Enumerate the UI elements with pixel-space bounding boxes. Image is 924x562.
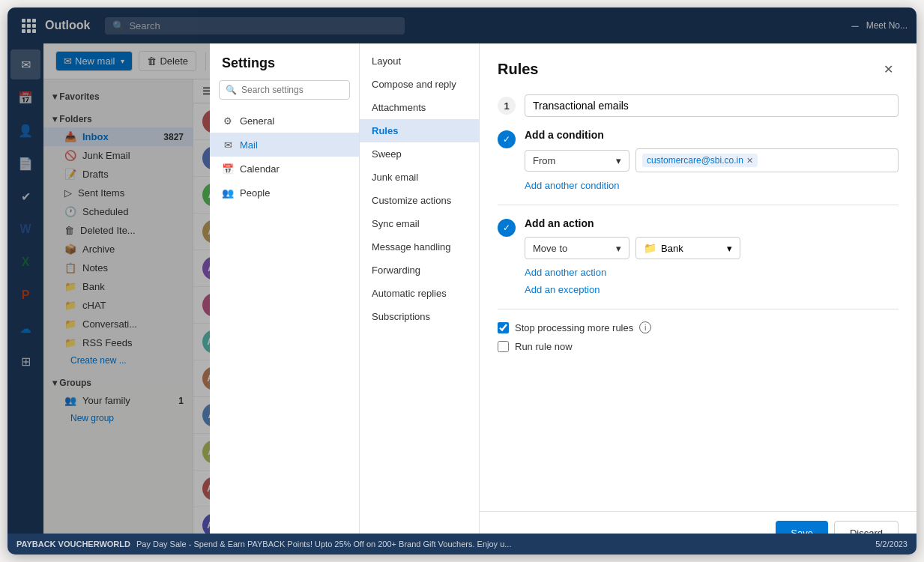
condition-section: ✓ Add a condition From ▾ customercare@sb…	[498, 129, 899, 193]
action-fields-row: Move to ▾ 📁 Bank ▾	[525, 237, 899, 259]
menu-forwarding[interactable]: Forwarding	[360, 259, 479, 282]
settings-nav-people[interactable]: 👥 People	[210, 181, 359, 205]
menu-message-handling[interactable]: Message handling	[360, 235, 479, 259]
menu-rules[interactable]: Rules	[360, 119, 479, 142]
menu-automatic-replies[interactable]: Automatic replies	[360, 282, 479, 305]
calendar-nav-icon: 📅	[222, 163, 234, 175]
add-exception-link[interactable]: Add an exception	[525, 282, 600, 297]
condition-check-icon: ✓	[498, 130, 516, 148]
action-section: ✓ Add an action Move to ▾ 📁 Bank ▾	[498, 217, 899, 297]
gear-icon: ⚙	[222, 115, 234, 127]
menu-compose-reply[interactable]: Compose and reply	[360, 73, 479, 96]
settings-nav-calendar[interactable]: 📅 Calendar	[210, 157, 359, 181]
menu-sync-email[interactable]: Sync email	[360, 212, 479, 235]
action-chevron: ▾	[616, 243, 621, 254]
settings-title: Settings	[210, 55, 359, 80]
condition-fields-row: From ▾ customercare@sbi.co.in ✕	[525, 148, 899, 172]
menu-subscriptions[interactable]: Subscriptions	[360, 305, 479, 328]
action-check-icon: ✓	[498, 219, 516, 237]
condition-type-select[interactable]: From ▾	[525, 150, 629, 172]
settings-modal: Settings 🔍 ⚙ General ✉ Mail 📅 Calendar 👥…	[210, 43, 917, 555]
settings-left-nav: Settings 🔍 ⚙ General ✉ Mail 📅 Calendar 👥…	[210, 43, 360, 555]
settings-nav-general[interactable]: ⚙ General	[210, 109, 359, 133]
folder-chevron: ▾	[727, 243, 732, 254]
email-tag: customercare@sbi.co.in ✕	[642, 154, 758, 167]
rules-panel: Rules ✕ 1 ✓ Add a condition From ▾	[480, 43, 917, 555]
stop-processing-checkbox[interactable]	[498, 322, 509, 333]
status-subject: Pay Day Sale - Spend & Earn PAYBACK Poin…	[136, 540, 511, 549]
rule-separator-2	[498, 309, 899, 309]
menu-layout[interactable]: Layout	[360, 49, 479, 73]
action-label: Add an action	[525, 217, 899, 229]
condition-label: Add a condition	[525, 129, 899, 141]
people-nav-icon: 👥	[222, 187, 234, 199]
close-button[interactable]: ✕	[878, 58, 899, 79]
menu-junk-email[interactable]: Junk email	[360, 166, 479, 189]
settings-search-input[interactable]	[241, 85, 343, 95]
run-rule-row: Run rule now	[498, 341, 899, 352]
add-condition-link[interactable]: Add another condition	[525, 178, 619, 193]
rule-name-input[interactable]	[525, 94, 899, 117]
status-sender: PAYBACK VOUCHERWORLD	[16, 540, 130, 549]
status-date: 5/2/2023	[875, 540, 908, 549]
rule-number: 1	[498, 97, 516, 115]
rules-header: Rules ✕	[498, 58, 899, 79]
add-action-link[interactable]: Add another action	[525, 265, 606, 280]
rule-name-row: 1	[498, 94, 899, 117]
info-icon[interactable]: i	[639, 321, 651, 333]
stop-processing-label: Stop processing more rules	[515, 322, 633, 333]
rules-title: Rules	[498, 61, 538, 78]
rule-separator	[498, 205, 899, 205]
stop-processing-row: Stop processing more rules i	[498, 321, 899, 333]
settings-search[interactable]: 🔍	[219, 80, 350, 100]
menu-customize-actions[interactable]: Customize actions	[360, 189, 479, 212]
condition-value-input[interactable]: customercare@sbi.co.in ✕	[635, 148, 899, 172]
folder-select[interactable]: 📁 Bank ▾	[635, 237, 740, 259]
mail-nav-icon: ✉	[222, 139, 234, 151]
menu-attachments[interactable]: Attachments	[360, 96, 479, 119]
status-bar: PAYBACK VOUCHERWORLD Pay Day Sale - Spen…	[7, 534, 917, 555]
settings-middle-menu: Layout Compose and reply Attachments Rul…	[360, 43, 480, 555]
action-type-select[interactable]: Move to ▾	[525, 237, 629, 259]
condition-content: Add a condition From ▾ customercare@sbi.…	[525, 129, 899, 193]
action-content: Add an action Move to ▾ 📁 Bank ▾	[525, 217, 899, 297]
run-rule-checkbox[interactable]	[498, 341, 509, 352]
settings-nav-mail[interactable]: ✉ Mail	[210, 133, 359, 157]
menu-sweep[interactable]: Sweep	[360, 142, 479, 166]
search-icon: 🔍	[226, 85, 237, 95]
folder-icon: 📁	[644, 242, 656, 254]
condition-chevron: ▾	[616, 155, 621, 166]
tag-close-icon[interactable]: ✕	[746, 156, 753, 166]
run-rule-label: Run rule now	[515, 341, 573, 352]
